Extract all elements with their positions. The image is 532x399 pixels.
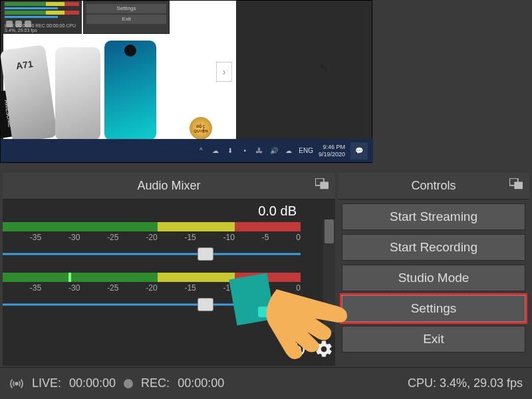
studio-mode-button[interactable]: Studio Mode: [342, 265, 525, 291]
audio-mixer-title: Audio Mixer: [137, 179, 200, 193]
tray-dot-icon: •: [240, 146, 249, 156]
tray-up-icon: ^: [196, 146, 205, 156]
rec-time: 00:00:00: [178, 376, 224, 390]
controls-panel: Controls Start Streaming Start Recording…: [338, 173, 529, 366]
live-label: LIVE:: [32, 376, 61, 390]
preview-area: LIVE 00:00:00 REC 00:00:00 CPU 3.4%, 29.…: [0, 0, 372, 163]
volume-slider-1[interactable]: [3, 247, 301, 261]
mini-audio-mixer: LIVE 00:00:00 REC 00:00:00 CPU 3.4%, 29.…: [3, 1, 82, 34]
speaker-icon[interactable]: [287, 339, 307, 362]
mixer-scrollbar[interactable]: [323, 219, 335, 332]
tray-lang: ENG: [299, 147, 313, 154]
mini-status-text: LIVE 00:00:00 REC 00:00:00 CPU 3.4%, 29.…: [5, 23, 82, 33]
audio-mixer-panel: Audio Mixer 0.0 dB -35-30-25-20-15-10-50…: [3, 173, 335, 366]
mini-controls: Settings Exit: [83, 1, 170, 34]
db-readout: 0.0 dB: [3, 203, 330, 222]
status-bar: LIVE: 00:00:00 REC: 00:00:00 CPU: 3.4%, …: [0, 367, 532, 399]
mini-settings-button: Settings: [86, 4, 166, 13]
meter-ticks-1: -35-30-25-20-15-10-50: [3, 231, 301, 246]
cursor-icon: ↖: [320, 62, 328, 72]
tray-cloud-icon: ☁: [211, 146, 220, 156]
volume-slider-2[interactable]: [3, 298, 301, 311]
phone-blue: [104, 41, 156, 140]
windows-taskbar: ^ ☁ ⬇ • 🖧 🔊 ☁ ENG 9:46 PM 9/19/2020 💬: [1, 139, 373, 162]
controls-title: Controls: [411, 179, 456, 193]
tray-down-icon: ⬇: [225, 146, 235, 156]
controls-header: Controls: [338, 173, 529, 200]
dock-icon[interactable]: [315, 178, 330, 190]
svg-rect-3: [514, 182, 523, 189]
phone-silver: [55, 47, 100, 140]
product-phones: AWESOME: [6, 41, 156, 140]
audio-meter-1: [3, 222, 301, 231]
settings-button[interactable]: Settings: [342, 295, 525, 322]
tray-date: 9/19/2020: [319, 151, 345, 158]
preview-content: LIVE 00:00:00 REC 00:00:00 CPU 3.4%, 29.…: [3, 1, 236, 140]
gear-icon[interactable]: [314, 339, 334, 362]
exclusive-badge: ĐỘC QUYỀN: [190, 117, 212, 140]
audio-meter-2: [3, 273, 301, 282]
tray-vol-icon: 🔊: [269, 146, 279, 156]
tray-onedrive-icon: ☁: [284, 146, 293, 156]
meter-ticks-2: -35-30-25-20-15-10-50: [3, 282, 301, 297]
svg-point-4: [15, 382, 19, 386]
live-time: 00:00:00: [69, 376, 116, 390]
exit-button[interactable]: Exit: [342, 326, 525, 352]
broadcast-icon: [9, 376, 24, 390]
cpu-readout: CPU: 3.4%, 29.03 fps: [408, 376, 523, 390]
audio-mixer-body: 0.0 dB -35-30-25-20-15-10-50 -35-30-25-2…: [3, 200, 335, 366]
svg-rect-1: [320, 182, 329, 189]
audio-mixer-header: Audio Mixer: [3, 173, 335, 200]
rec-dot-icon: [124, 379, 133, 388]
start-streaming-button[interactable]: Start Streaming: [342, 203, 525, 230]
carousel-next-icon: ›: [216, 62, 232, 82]
dock-icon[interactable]: [509, 178, 524, 190]
rec-label: REC:: [141, 376, 170, 390]
mini-exit-button: Exit: [86, 15, 166, 24]
tray-net-icon: 🖧: [255, 146, 264, 156]
tray-notification-icon: 💬: [350, 142, 368, 160]
start-recording-button[interactable]: Start Recording: [342, 234, 525, 261]
tray-time: 9:46 PM: [319, 144, 345, 151]
